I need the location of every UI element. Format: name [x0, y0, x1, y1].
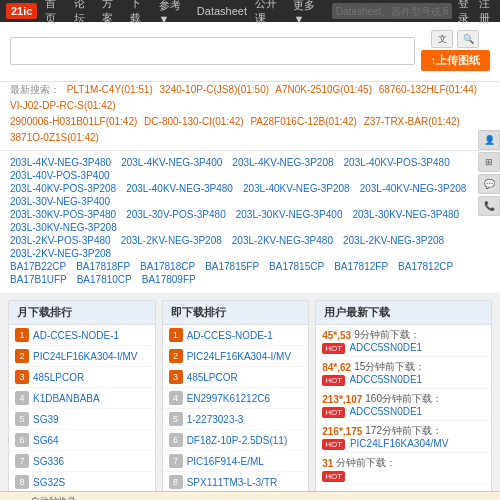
rank-item: 3 485LPCOR — [163, 367, 309, 388]
rank-name[interactable]: SG64 — [33, 435, 59, 446]
upload-section: 文 🔍 ↑上传图纸 — [0, 22, 500, 82]
register-link[interactable]: 注册 — [479, 0, 494, 26]
rank-name[interactable]: 1-2273023-3 — [187, 414, 244, 425]
upload-button[interactable]: ↑上传图纸 — [421, 50, 491, 71]
rank-number: 8 — [169, 475, 183, 489]
user-item: 45*,53 9分钟前下载： HOT ADCC5SN0DE1 — [316, 325, 491, 357]
nav-more[interactable]: 更多▼ — [293, 0, 323, 25]
recent-item-7[interactable]: PA28F016C-12B(01:42) — [250, 116, 357, 127]
part-link-49[interactable]: BA17809FP — [142, 274, 196, 285]
part-link-30[interactable]: 203L-2KV-POS-3P480 — [10, 235, 111, 246]
parts-row-4: BA17B22CP BA17818FP BA17818CP BA17815FP … — [10, 261, 490, 285]
recent-item-3[interactable]: 68760-132HLF(01:44) — [379, 84, 477, 95]
part-link-47[interactable]: BA17B1UFP — [10, 274, 67, 285]
part-link-33[interactable]: 203L-2KV-NEG-3P208 — [343, 235, 444, 246]
nav-course[interactable]: 公开课 — [255, 0, 285, 26]
rank-name[interactable]: SG32S — [33, 477, 65, 488]
rank-name[interactable]: 485LPCOR — [187, 372, 238, 383]
phone-icon[interactable]: 📞 — [478, 196, 500, 216]
download-suffix: 分钟前下载： — [336, 456, 396, 470]
rank-name[interactable]: DF18Z-10P-2.5DS(11) — [187, 435, 288, 446]
part-link-24[interactable]: 203L-30KV-NEG-3P208 — [10, 222, 117, 233]
rank-name[interactable]: AD-CCES-NODE-1 — [187, 330, 273, 341]
rank-name[interactable]: PIC24LF16KA304-I/MV — [187, 351, 292, 362]
part-link-46[interactable]: BA17812CP — [398, 261, 453, 272]
user-item-row: 213*,107 160分钟前下载： — [322, 392, 485, 406]
part-link-45[interactable]: BA17812FP — [334, 261, 388, 272]
recent-item-0[interactable]: PLT1M-C4Y(01:51) — [67, 84, 153, 95]
part-link-11[interactable]: 203L-40KV-NEG-3P480 — [126, 183, 233, 194]
nav-forum[interactable]: 论坛 — [74, 0, 94, 26]
rank-name[interactable]: PIC16F914-E/ML — [187, 456, 264, 467]
part-link-41[interactable]: BA17818FP — [76, 261, 130, 272]
recent-item-9[interactable]: 3871O-0Z1S(01:42) — [10, 132, 99, 143]
translate-icon[interactable]: 文 — [431, 30, 453, 48]
part-link-13[interactable]: 203L-40KV-NEG-3P208 — [360, 183, 467, 194]
part-link-21[interactable]: 203L-30V-POS-3P480 — [126, 209, 226, 220]
recent-label: 最新搜索： — [10, 84, 60, 95]
rank-name[interactable]: 485LPCOR — [33, 372, 84, 383]
user-item-link[interactable]: ADCC5SN0DE1 — [349, 406, 422, 417]
user-icon[interactable]: 👤 — [478, 130, 500, 150]
download-ranking-box: 即下载排行 1 AD-CCES-NODE-12 PIC24LF16KA304-I… — [162, 300, 310, 494]
part-link-31[interactable]: 203L-2KV-NEG-3P208 — [121, 235, 222, 246]
grid-icon[interactable]: ⊞ — [478, 152, 500, 172]
zoom-icon[interactable]: 🔍 — [457, 30, 479, 48]
part-link-40[interactable]: BA17B22CP — [10, 261, 66, 272]
user-item-row: 84*,62 15分钟前下载： — [322, 360, 485, 374]
rank-name[interactable]: AD-CCES-NODE-1 — [33, 330, 119, 341]
rank-name[interactable]: EN2997K61212C6 — [187, 393, 270, 404]
nav-ref[interactable]: 参考▼ — [159, 0, 189, 25]
part-link-23[interactable]: 203L-30KV-NEG-3P480 — [352, 209, 459, 220]
part-link-04[interactable]: 203L-40V-POS-3P400 — [10, 170, 110, 181]
user-item-link[interactable]: ADCC5SN0DE1 — [349, 342, 422, 353]
part-link-00[interactable]: 203L-4KV-NEG-3P480 — [10, 157, 111, 168]
part-link-43[interactable]: BA17815FP — [205, 261, 259, 272]
part-link-32[interactable]: 203L-2KV-NEG-3P480 — [232, 235, 333, 246]
part-link-22[interactable]: 203L-30KV-NEG-3P400 — [236, 209, 343, 220]
jr-sub-text: 自动秒收录 数上佳线·来访一次·自动收录 — [31, 496, 144, 500]
part-link-44[interactable]: BA17815CP — [269, 261, 324, 272]
part-link-02[interactable]: 203L-4KV-NEG-3P208 — [232, 157, 333, 168]
nav-datasheet[interactable]: Datasheet — [197, 5, 247, 17]
recent-item-1[interactable]: 3240-10P-C(JS8)(01:50) — [160, 84, 270, 95]
part-link-14[interactable]: 203L-30V-NEG-3P400 — [10, 196, 110, 207]
site-logo[interactable]: 21ic — [6, 3, 37, 19]
part-link-42[interactable]: BA17818CP — [140, 261, 195, 272]
main-search-input[interactable] — [10, 37, 415, 65]
part-link-48[interactable]: BA17810CP — [77, 274, 132, 285]
rank-name[interactable]: K1DBANBABA — [33, 393, 100, 404]
part-link-12[interactable]: 203L-40KV-NEG-3P208 — [243, 183, 350, 194]
nav-download[interactable]: 下载 — [130, 0, 150, 26]
login-link[interactable]: 登录 — [458, 0, 473, 26]
part-link-34[interactable]: 203L-2KV-NEG-3P208 — [10, 248, 111, 259]
rank-number: 4 — [15, 391, 29, 405]
rank-name[interactable]: SG39 — [33, 414, 59, 425]
download-ranking-header: 即下载排行 — [163, 301, 309, 325]
part-link-10[interactable]: 203L-40KV-POS-3P208 — [10, 183, 116, 194]
download-ranking-list: 1 AD-CCES-NODE-12 PIC24LF16KA304-I/MV3 4… — [163, 325, 309, 493]
part-link-03[interactable]: 203L-40KV-POS-3P480 — [344, 157, 450, 168]
parts-row-2: 203L-30KV-POS-3P480 203L-30V-POS-3P480 2… — [10, 209, 490, 233]
header-search-input[interactable] — [332, 3, 452, 19]
monthly-ranking-box: 月下载排行 1 AD-CCES-NODE-12 PIC24LF16KA304-I… — [8, 300, 156, 494]
rank-item: 2 PIC24LF16KA304-I/MV — [9, 346, 155, 367]
recent-item-8[interactable]: Z37-TRX-BAR(01:42) — [364, 116, 460, 127]
nav-scheme[interactable]: 方案 — [102, 0, 122, 26]
nav-home[interactable]: 首页 — [45, 0, 65, 26]
recent-item-4[interactable]: VI-J02-DP-RC-S(01:42) — [10, 100, 116, 111]
part-link-01[interactable]: 203L-4KV-NEG-3P400 — [121, 157, 222, 168]
rank-name[interactable]: SG336 — [33, 456, 64, 467]
user-item-link[interactable]: PIC24LF16KA304/MV — [350, 438, 448, 449]
jr-logo-area: Jr 自动秒收录 数上佳线·来访一次·自动收录 — [10, 496, 144, 500]
recent-item-5[interactable]: 2900006-H031B01LF(01:42) — [10, 116, 137, 127]
rank-name[interactable]: SPX111TM3-L-3/TR — [187, 477, 278, 488]
part-link-20[interactable]: 203L-30KV-POS-3P480 — [10, 209, 116, 220]
chat-icon[interactable]: 💬 — [478, 174, 500, 194]
user-item: 31 分钟前下载： HOT — [316, 453, 491, 485]
rank-number: 1 — [169, 328, 183, 342]
user-item-link[interactable]: ADCC5SN0DE1 — [349, 374, 422, 385]
recent-item-2[interactable]: A7N0K-2510G(01:45) — [275, 84, 372, 95]
recent-item-6[interactable]: DC-800-130-CI(01:42) — [144, 116, 244, 127]
rank-name[interactable]: PIC24LF16KA304-I/MV — [33, 351, 138, 362]
